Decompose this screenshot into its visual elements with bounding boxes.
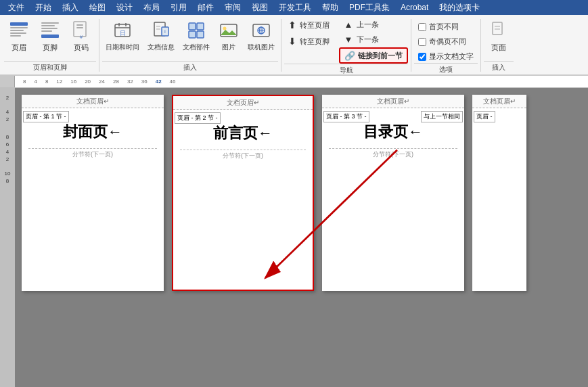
svg-rect-5 [41, 22, 59, 24]
page-frontmatter: 文档页眉↵ 页眉 - 第 2 节 - 前言页← 分节符(下一页) [172, 95, 314, 291]
pageno-icon: # [70, 20, 92, 41]
page2-section-label: 页眉 - 第 2 节 - [175, 112, 221, 124]
up-icon: ▲ [343, 19, 354, 30]
page-extra-icon [488, 20, 510, 41]
svg-rect-7 [41, 28, 58, 29]
checkbox-show-doc[interactable]: 显示文档文字 [414, 50, 478, 63]
btn-page-extra[interactable]: 页面 [484, 18, 514, 55]
btn-datetime[interactable]: 日 日期和时间 [102, 18, 143, 54]
group-label-insert2: 插入 [484, 61, 514, 73]
page4-section-label: 页眉 - [474, 111, 495, 122]
svg-rect-12 [76, 27, 83, 28]
menu-design[interactable]: 设计 [111, 1, 138, 15]
menu-dev[interactable]: 开发工具 [273, 1, 317, 15]
down-icon: ▼ [343, 34, 354, 45]
menu-draw[interactable]: 绘图 [84, 1, 111, 15]
btn-next[interactable]: ▼ 下一条 [339, 32, 408, 46]
btn-pageno[interactable]: # 页码 [66, 18, 96, 55]
footer-icon [39, 20, 61, 41]
group-insert2: 页面 插入 [484, 18, 514, 73]
onlineimg-icon [250, 20, 272, 41]
page3-header-label: 文档页眉↵ [322, 95, 464, 108]
btn-docparts[interactable]: 文档部件 [179, 18, 213, 54]
page3-section-label: 页眉 - 第 3 节 - [323, 111, 369, 122]
checkbox-odd-even-input[interactable] [418, 38, 426, 46]
svg-rect-4 [10, 35, 21, 37]
svg-rect-24 [189, 23, 196, 30]
btn-goto-footer[interactable]: ⬇ 转至页脚 [284, 34, 334, 49]
page2-separator: 分节符(下一页) [180, 150, 306, 160]
btn-goto-header[interactable]: ⬆ 转至页眉 [284, 18, 334, 32]
datetime-icon: 日 [112, 20, 133, 41]
svg-rect-0 [10, 22, 28, 26]
checkbox-odd-even[interactable]: 奇偶页不同 [414, 35, 470, 48]
menu-insert[interactable]: 插入 [57, 1, 84, 15]
svg-rect-3 [10, 32, 26, 34]
ruler: 848121620242832364246 [0, 76, 588, 88]
svg-rect-27 [197, 31, 204, 38]
ruler-main: 848121620242832364246 [15, 76, 588, 87]
btn-header[interactable]: 页眉 [4, 18, 34, 55]
page3-separator: 分节符(下一页) [329, 148, 457, 159]
menu-references[interactable]: 引用 [165, 1, 192, 15]
menu-acrobat[interactable]: Acrobat [395, 1, 434, 14]
group-label-options: 选项 [414, 63, 478, 75]
page4: 文档页眉↵ 页眉 - [472, 95, 526, 291]
svg-rect-2 [10, 30, 24, 31]
group-label-header-footer: 页眉和页脚 [4, 61, 96, 73]
left-number-bar: 2 4 2 8 6 4 2 10 8 [0, 88, 15, 387]
ruler-left-marker [0, 76, 15, 87]
ribbon: 页眉 页脚 [0, 15, 588, 76]
group-header-footer: 页眉 页脚 [4, 18, 96, 73]
link-icon: 🔗 [344, 50, 355, 61]
menu-mailing[interactable]: 邮件 [192, 1, 219, 15]
btn-link-prev[interactable]: 🔗 链接到前一节 [339, 47, 408, 64]
header-icon [8, 20, 30, 41]
svg-rect-8 [41, 30, 52, 32]
page1-header-label: 文档页眉↵ [22, 95, 164, 108]
svg-text:日: 日 [120, 30, 126, 37]
page3-section-label-right: 与上一节相同 [421, 111, 463, 122]
menu-bar: 文件 开始 插入 绘图 设计 布局 引用 邮件 审阅 视图 开发工具 帮助 PD… [0, 0, 588, 15]
page1-separator: 分节符(下一页) [28, 148, 157, 159]
svg-text:#: # [80, 34, 83, 40]
menu-home[interactable]: 开始 [30, 1, 57, 15]
menu-pdf[interactable]: PDF工具集 [344, 1, 395, 15]
checkbox-first-page[interactable]: 首页不同 [414, 20, 463, 33]
page-cover: 文档页眉↵ 页眉 - 第 1 节 - 封面页← 分节符(下一页) [22, 95, 164, 291]
svg-rect-11 [76, 24, 83, 26]
svg-rect-35 [493, 22, 502, 35]
group-label-insert: 插入 [102, 61, 278, 73]
btn-docinfo[interactable]: i 文档信息 [144, 18, 178, 54]
doc-area: 2 4 2 8 6 4 2 10 8 文档页眉↵ 页眉 - 第 1 节 - 封面… [0, 88, 588, 387]
svg-rect-9 [41, 35, 59, 38]
svg-text:i: i [164, 28, 166, 35]
image-icon [218, 20, 240, 41]
menu-layout[interactable]: 布局 [138, 1, 165, 15]
svg-rect-26 [189, 31, 196, 38]
page-toc: 文档页眉↵ 页眉 - 第 3 节 - 与上一节相同 目录页← 分节符(下一页) [322, 95, 464, 291]
page4-header-label: 文档页眉↵ [472, 95, 526, 108]
btn-onlineimg[interactable]: 联机图片 [244, 18, 278, 54]
page1-section-label: 页眉 - 第 1 节 - [23, 111, 69, 122]
checkbox-first-page-input[interactable] [418, 23, 426, 31]
docinfo-icon: i [150, 20, 172, 41]
group-navigation: ⬆ 转至页眉 ⬇ 转至页脚 ▲ 上一条 ▼ 下 [284, 18, 408, 73]
menu-review[interactable]: 审阅 [219, 1, 246, 15]
btn-footer[interactable]: 页脚 [35, 18, 65, 55]
group-insert: 日 日期和时间 i 文档信息 [102, 18, 278, 73]
svg-point-29 [223, 27, 227, 30]
svg-rect-1 [10, 27, 28, 28]
svg-rect-25 [197, 23, 204, 30]
checkbox-show-doc-input[interactable] [418, 53, 426, 61]
pages-container: 文档页眉↵ 页眉 - 第 1 节 - 封面页← 分节符(下一页) 文档页眉↵ 页… [15, 95, 533, 387]
group-label-navigation: 导航 [284, 64, 408, 76]
menu-help[interactable]: 帮助 [317, 1, 344, 15]
menu-mytab[interactable]: 我的选项卡 [434, 1, 485, 15]
btn-image[interactable]: 图片 [214, 18, 243, 54]
group-options: 首页不同 奇偶页不同 显示文档文字 选项 [414, 18, 478, 73]
btn-prev[interactable]: ▲ 上一条 [339, 18, 408, 31]
menu-file[interactable]: 文件 [3, 1, 30, 15]
page2-header-label: 文档页眉↵ [173, 96, 313, 110]
menu-view[interactable]: 视图 [246, 1, 273, 15]
